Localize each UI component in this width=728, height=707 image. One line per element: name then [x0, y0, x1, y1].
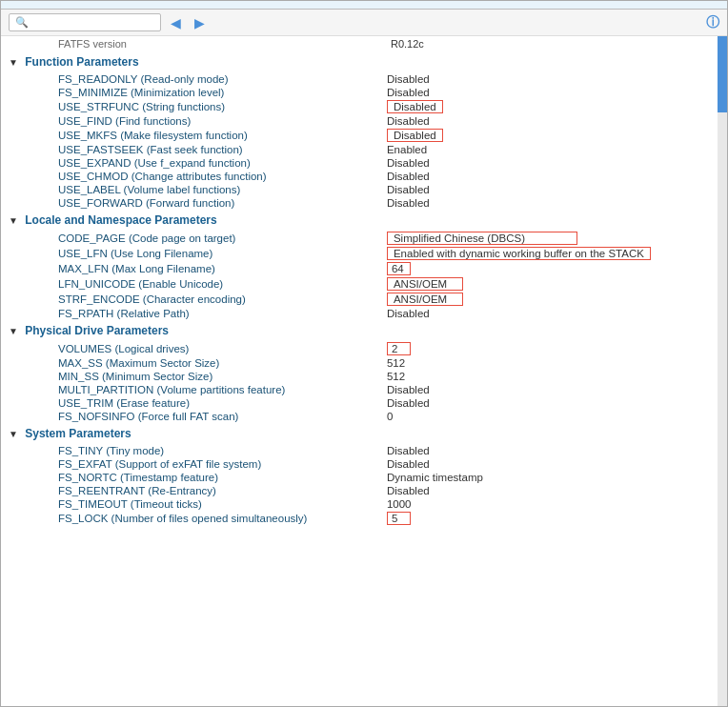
- content-area[interactable]: FATFS version R0.12c ▼ Function Paramete…: [1, 36, 727, 706]
- param-plain-value: Disabled: [387, 115, 430, 127]
- param-name: FS_EXFAT (Support of exFAT file system): [1, 457, 383, 471]
- param-plain-value: Disabled: [387, 485, 430, 496]
- param-name: FS_READONLY (Read-only mode): [1, 72, 383, 86]
- section-header-system_parameters[interactable]: ▼ System Parameters: [1, 423, 718, 444]
- collapse-icon[interactable]: ▼: [9, 326, 18, 336]
- collapse-icon[interactable]: ▼: [9, 429, 18, 439]
- param-row: USE_FASTSEEK (Fast seek function) Enable…: [1, 143, 718, 156]
- param-value: 512: [383, 356, 718, 370]
- param-boxed-value[interactable]: ANSI/OEM: [387, 293, 463, 306]
- param-name: USE_MKFS (Make filesystem function): [1, 128, 383, 143]
- scrollbar-track[interactable]: [718, 36, 727, 706]
- param-boxed-value[interactable]: Disabled: [387, 129, 443, 142]
- param-row: FS_READONLY (Read-only mode) Disabled: [1, 72, 718, 86]
- section-header-physical_drive[interactable]: ▼ Physical Drive Parameters: [1, 320, 718, 341]
- param-boxed-value[interactable]: 64: [387, 262, 411, 275]
- search-input[interactable]: [32, 17, 147, 29]
- scrollbar-thumb[interactable]: [718, 36, 727, 112]
- fatfs-value: R0.12c: [383, 36, 718, 51]
- param-plain-value: Disabled: [387, 171, 430, 182]
- param-row: FS_TINY (Tiny mode) Disabled: [1, 444, 718, 457]
- param-plain-value: Disabled: [387, 458, 430, 470]
- param-value: Disabled: [383, 183, 718, 196]
- param-boxed-value[interactable]: 2: [387, 342, 411, 355]
- param-value: Disabled: [383, 396, 718, 410]
- param-value: Dynamic timestamp: [383, 471, 718, 484]
- param-name: VOLUMES (Logical drives): [1, 341, 383, 356]
- param-plain-value: Disabled: [387, 384, 430, 395]
- param-name: MAX_LFN (Max Long Filename): [1, 261, 383, 276]
- param-name: USE_STRFUNC (String functions): [1, 99, 383, 114]
- section-label: Physical Drive Parameters: [25, 324, 169, 337]
- param-boxed-value[interactable]: 5: [387, 512, 411, 525]
- param-value: 1000: [383, 497, 718, 511]
- next-arrow[interactable]: ▶: [191, 15, 209, 30]
- param-row: FS_NORTC (Timestamp feature) Dynamic tim…: [1, 471, 718, 484]
- param-row: STRF_ENCODE (Character encoding) ANSI/OE…: [1, 292, 718, 307]
- param-value[interactable]: Disabled: [383, 99, 718, 114]
- section-label: Function Parameters: [25, 55, 138, 69]
- param-name: USE_FIND (Find functions): [1, 114, 383, 128]
- param-row: FS_MINIMIZE (Minimization level) Disable…: [1, 86, 718, 99]
- section-label: System Parameters: [25, 427, 131, 440]
- param-row: USE_TRIM (Erase feature) Disabled: [1, 396, 718, 410]
- param-value[interactable]: ANSI/OEM: [383, 292, 718, 307]
- param-name: USE_LFN (Use Long Filename): [1, 246, 383, 261]
- param-row: USE_LFN (Use Long Filename) Enabled with…: [1, 246, 718, 261]
- param-value[interactable]: Disabled: [383, 128, 718, 143]
- param-value[interactable]: 64: [383, 261, 718, 276]
- header-bar: [1, 1, 727, 10]
- info-icon[interactable]: ⓘ: [706, 14, 719, 31]
- fatfs-version-row: FATFS version R0.12c: [1, 36, 718, 51]
- param-boxed-value[interactable]: Simplified Chinese (DBCS): [387, 232, 577, 245]
- param-value: Disabled: [383, 383, 718, 396]
- param-plain-value: Dynamic timestamp: [387, 472, 483, 483]
- param-plain-value: Disabled: [387, 87, 430, 98]
- param-plain-value: Disabled: [387, 184, 430, 195]
- param-row: MAX_SS (Maximum Sector Size) 512: [1, 356, 718, 370]
- param-plain-value: Disabled: [387, 445, 430, 456]
- param-name: MULTI_PARTITION (Volume partitions featu…: [1, 383, 383, 396]
- section-label: Locale and Namespace Parameters: [25, 213, 216, 227]
- param-row: MULTI_PARTITION (Volume partitions featu…: [1, 383, 718, 396]
- param-plain-value: 0: [387, 411, 393, 422]
- param-name: USE_FASTSEEK (Fast seek function): [1, 143, 383, 156]
- param-value[interactable]: Enabled with dynamic working buffer on t…: [383, 246, 718, 261]
- param-row: USE_LABEL (Volume label functions) Disab…: [1, 183, 718, 196]
- param-name: FS_MINIMIZE (Minimization level): [1, 86, 383, 99]
- collapse-icon[interactable]: ▼: [9, 57, 18, 68]
- param-name: FS_TINY (Tiny mode): [1, 444, 383, 457]
- prev-arrow[interactable]: ◀: [167, 15, 185, 30]
- search-box[interactable]: 🔍: [9, 13, 161, 31]
- param-value[interactable]: 2: [383, 341, 718, 356]
- param-plain-value: Disabled: [387, 157, 430, 169]
- param-boxed-value[interactable]: Enabled with dynamic working buffer on t…: [387, 247, 651, 260]
- params-table: FATFS version R0.12c ▼ Function Paramete…: [1, 36, 718, 526]
- param-boxed-value[interactable]: Disabled: [387, 100, 443, 113]
- param-row: USE_CHMOD (Change attributes function) D…: [1, 170, 718, 183]
- param-name: USE_LABEL (Volume label functions): [1, 183, 383, 196]
- param-value[interactable]: 5: [383, 511, 718, 526]
- param-name: FS_RPATH (Relative Path): [1, 307, 383, 320]
- param-value[interactable]: ANSI/OEM: [383, 276, 718, 292]
- param-value: Disabled: [383, 457, 718, 471]
- section-header-function_parameters[interactable]: ▼ Function Parameters: [1, 51, 718, 72]
- param-value: Disabled: [383, 484, 718, 497]
- param-name: USE_TRIM (Erase feature): [1, 396, 383, 410]
- param-name: MIN_SS (Minimum Sector Size): [1, 370, 383, 383]
- param-plain-value: 512: [387, 371, 405, 382]
- param-row: FS_LOCK (Number of files opened simultan…: [1, 511, 718, 526]
- param-name: MAX_SS (Maximum Sector Size): [1, 356, 383, 370]
- param-value: Disabled: [383, 444, 718, 457]
- param-name: FS_TIMEOUT (Timeout ticks): [1, 497, 383, 511]
- param-row: FS_RPATH (Relative Path) Disabled: [1, 307, 718, 320]
- param-value: Disabled: [383, 196, 718, 210]
- param-value[interactable]: Simplified Chinese (DBCS): [383, 231, 718, 246]
- param-name: FS_REENTRANT (Re-Entrancy): [1, 484, 383, 497]
- param-boxed-value[interactable]: ANSI/OEM: [387, 277, 463, 291]
- param-value: Disabled: [383, 86, 718, 99]
- param-row: FS_TIMEOUT (Timeout ticks) 1000: [1, 497, 718, 511]
- param-plain-value: Disabled: [387, 197, 430, 209]
- section-header-locale_namespace[interactable]: ▼ Locale and Namespace Parameters: [1, 210, 718, 231]
- collapse-icon[interactable]: ▼: [9, 215, 18, 226]
